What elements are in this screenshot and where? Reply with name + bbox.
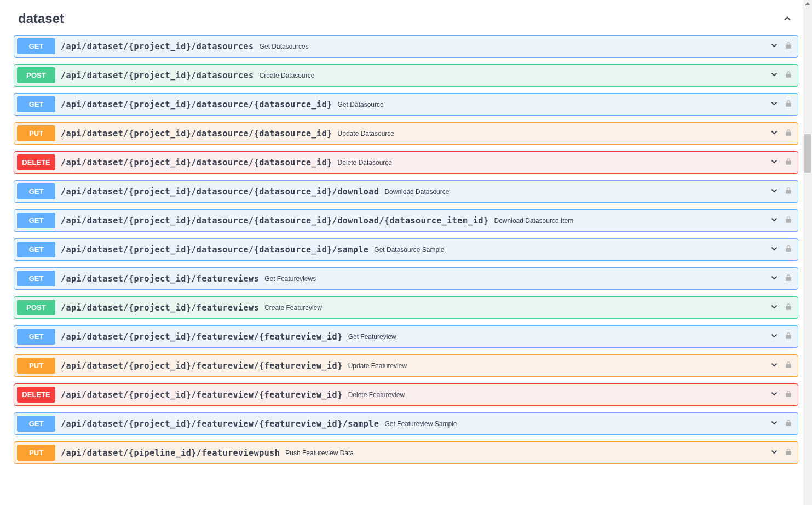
endpoint-description: Download Datasource bbox=[384, 188, 769, 196]
chevron-down-icon[interactable] bbox=[769, 244, 779, 256]
endpoint-controls bbox=[769, 215, 792, 227]
endpoint-controls bbox=[769, 418, 792, 430]
method-badge: DELETE bbox=[17, 154, 55, 170]
lock-icon[interactable] bbox=[785, 99, 792, 110]
lock-icon[interactable] bbox=[785, 302, 792, 313]
api-section: dataset GET/api/dataset/{project_id}/dat… bbox=[0, 0, 812, 481]
method-badge: POST bbox=[17, 300, 55, 315]
scroll-up-arrow[interactable] bbox=[805, 2, 810, 5]
endpoint-controls bbox=[769, 41, 792, 53]
method-badge: GET bbox=[17, 416, 55, 432]
endpoint-row[interactable]: GET/api/dataset/{project_id}/featureview… bbox=[14, 267, 798, 290]
lock-icon[interactable] bbox=[785, 186, 792, 197]
endpoint-description: Update Datasource bbox=[338, 130, 769, 137]
endpoint-description: Download Datasource Item bbox=[494, 217, 769, 225]
method-badge: POST bbox=[17, 67, 55, 83]
chevron-down-icon[interactable] bbox=[769, 99, 779, 111]
method-badge: GET bbox=[17, 183, 55, 199]
scrollbar[interactable] bbox=[803, 0, 812, 481]
chevron-down-icon[interactable] bbox=[769, 302, 779, 314]
method-badge: DELETE bbox=[17, 387, 55, 403]
endpoint-path: /api/dataset/{project_id}/featureviews bbox=[61, 303, 259, 313]
method-badge: GET bbox=[17, 329, 55, 345]
endpoint-row[interactable]: PUT/api/dataset/{project_id}/datasource/… bbox=[14, 122, 798, 145]
endpoint-controls bbox=[769, 331, 792, 343]
endpoint-row[interactable]: PUT/api/dataset/{project_id}/featureview… bbox=[14, 354, 798, 377]
endpoint-row[interactable]: DELETE/api/dataset/{project_id}/datasour… bbox=[14, 151, 798, 174]
method-badge: PUT bbox=[17, 445, 55, 461]
endpoint-row[interactable]: GET/api/dataset/{project_id}/datasource/… bbox=[14, 238, 798, 261]
chevron-down-icon[interactable] bbox=[769, 215, 779, 227]
endpoint-row[interactable]: GET/api/dataset/{project_id}/datasource/… bbox=[14, 180, 798, 203]
chevron-down-icon[interactable] bbox=[769, 157, 779, 169]
lock-icon[interactable] bbox=[785, 418, 792, 429]
endpoint-path: /api/dataset/{project_id}/datasource/{da… bbox=[61, 245, 368, 255]
lock-icon[interactable] bbox=[785, 273, 792, 284]
endpoint-description: Push Featureview Data bbox=[285, 449, 769, 457]
chevron-down-icon[interactable] bbox=[769, 360, 779, 372]
endpoint-description: Get Datasource Sample bbox=[374, 246, 769, 254]
endpoint-description: Update Featureview bbox=[348, 362, 769, 370]
lock-icon[interactable] bbox=[785, 157, 792, 168]
chevron-down-icon[interactable] bbox=[769, 331, 779, 343]
endpoint-path: /api/dataset/{project_id}/datasource/{da… bbox=[61, 216, 489, 226]
method-badge: GET bbox=[17, 271, 55, 286]
lock-icon[interactable] bbox=[785, 215, 792, 226]
chevron-down-icon[interactable] bbox=[769, 128, 779, 140]
lock-icon[interactable] bbox=[785, 41, 792, 52]
endpoint-row[interactable]: GET/api/dataset/{project_id}/featureview… bbox=[14, 412, 798, 435]
endpoint-path: /api/dataset/{project_id}/datasource/{da… bbox=[61, 158, 332, 168]
endpoint-row[interactable]: POST/api/dataset/{project_id}/datasource… bbox=[14, 64, 798, 87]
endpoint-description: Get Featureviews bbox=[264, 275, 769, 283]
endpoint-row[interactable]: GET/api/dataset/{project_id}/datasources… bbox=[14, 35, 798, 58]
method-badge: GET bbox=[17, 38, 55, 54]
chevron-down-icon[interactable] bbox=[769, 273, 779, 285]
method-badge: PUT bbox=[17, 358, 55, 374]
endpoint-path: /api/dataset/{project_id}/featureview/{f… bbox=[61, 332, 343, 342]
lock-icon[interactable] bbox=[785, 128, 792, 139]
lock-icon[interactable] bbox=[785, 389, 792, 400]
endpoint-controls bbox=[769, 302, 792, 314]
method-badge: GET bbox=[17, 242, 55, 257]
chevron-down-icon[interactable] bbox=[769, 41, 779, 53]
endpoint-row[interactable]: POST/api/dataset/{project_id}/featurevie… bbox=[14, 296, 798, 319]
method-badge: PUT bbox=[17, 125, 55, 141]
lock-icon[interactable] bbox=[785, 70, 792, 81]
endpoint-path: /api/dataset/{project_id}/featureview/{f… bbox=[61, 390, 343, 400]
chevron-up-icon[interactable] bbox=[782, 13, 793, 24]
chevron-down-icon[interactable] bbox=[769, 447, 779, 459]
method-badge: GET bbox=[17, 213, 55, 228]
chevron-down-icon[interactable] bbox=[769, 418, 779, 430]
endpoint-description: Delete Datasource bbox=[338, 159, 769, 167]
endpoint-row[interactable]: GET/api/dataset/{project_id}/featureview… bbox=[14, 325, 798, 348]
endpoint-path: /api/dataset/{project_id}/datasource/{da… bbox=[61, 100, 332, 110]
endpoint-path: /api/dataset/{project_id}/datasources bbox=[61, 71, 254, 81]
scrollbar-thumb[interactable] bbox=[804, 134, 811, 173]
endpoint-row[interactable]: GET/api/dataset/{project_id}/datasource/… bbox=[14, 209, 798, 232]
method-badge: GET bbox=[17, 96, 55, 112]
section-title: dataset bbox=[18, 11, 64, 26]
endpoint-list: GET/api/dataset/{project_id}/datasources… bbox=[14, 35, 798, 464]
lock-icon[interactable] bbox=[785, 331, 792, 342]
endpoint-row[interactable]: GET/api/dataset/{project_id}/datasource/… bbox=[14, 93, 798, 116]
endpoint-description: Get Featureview Sample bbox=[384, 420, 769, 428]
endpoint-controls bbox=[769, 360, 792, 372]
lock-icon[interactable] bbox=[785, 244, 792, 255]
lock-icon[interactable] bbox=[785, 447, 792, 458]
endpoint-controls bbox=[769, 447, 792, 459]
endpoint-path: /api/dataset/{project_id}/featureview/{f… bbox=[61, 361, 343, 371]
endpoint-controls bbox=[769, 186, 792, 198]
lock-icon[interactable] bbox=[785, 360, 792, 371]
endpoint-path: /api/dataset/{project_id}/featureviews bbox=[61, 274, 259, 284]
endpoint-path: /api/dataset/{project_id}/datasource/{da… bbox=[61, 187, 379, 197]
section-header[interactable]: dataset bbox=[14, 5, 798, 35]
chevron-down-icon[interactable] bbox=[769, 186, 779, 198]
endpoint-controls bbox=[769, 273, 792, 285]
endpoint-controls bbox=[769, 157, 792, 169]
chevron-down-icon[interactable] bbox=[769, 389, 779, 401]
endpoint-description: Get Datasources bbox=[260, 43, 769, 50]
chevron-down-icon[interactable] bbox=[769, 70, 779, 82]
endpoint-row[interactable]: PUT/api/dataset/{pipeline_id}/featurevie… bbox=[14, 441, 798, 464]
endpoint-controls bbox=[769, 99, 792, 111]
endpoint-row[interactable]: DELETE/api/dataset/{project_id}/featurev… bbox=[14, 383, 798, 406]
